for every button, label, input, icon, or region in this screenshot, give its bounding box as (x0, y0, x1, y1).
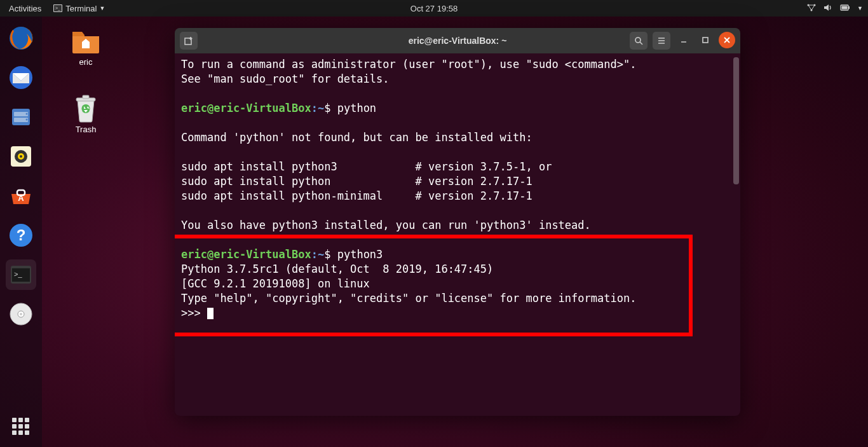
new-tab-icon (184, 36, 194, 46)
dock-terminal[interactable]: >_ (6, 259, 36, 290)
desktop-trash[interactable]: Trash (64, 95, 108, 134)
svg-text:?: ? (17, 226, 26, 244)
disc-icon (8, 301, 34, 327)
svg-text:>_: >_ (55, 6, 60, 11)
volume-icon[interactable] (823, 3, 833, 14)
new-tab-button[interactable] (180, 32, 198, 50)
svg-rect-8 (842, 6, 848, 9)
terminal-output: To run a command as administrator (user … (181, 57, 734, 320)
app-menu[interactable]: >_ Terminal ▼ (53, 3, 105, 13)
apps-grid-icon (12, 418, 30, 436)
terminal-menu-icon: >_ (53, 3, 63, 13)
minimize-icon (680, 36, 688, 44)
search-icon (634, 36, 643, 45)
scrollbar[interactable] (733, 57, 739, 184)
folder-icon (71, 28, 101, 55)
maximize-button[interactable] (697, 32, 714, 48)
svg-text:A: A (18, 193, 24, 203)
desktop-icon-label: eric (64, 57, 108, 67)
terminal-body[interactable]: To run a command as administrator (user … (175, 53, 740, 416)
dock-firefox[interactable] (6, 23, 36, 53)
svg-rect-35 (703, 38, 708, 43)
cursor (207, 308, 214, 319)
activities-button[interactable]: Activities (5, 3, 45, 15)
network-icon[interactable] (806, 3, 817, 14)
svg-point-14 (26, 113, 28, 115)
svg-point-15 (26, 119, 28, 121)
rhythmbox-icon (8, 143, 34, 170)
dock-software[interactable]: A (6, 181, 36, 211)
thunderbird-icon (8, 64, 34, 91)
files-icon (8, 104, 34, 130)
dock-files[interactable] (6, 102, 36, 132)
trash-icon (73, 94, 98, 123)
show-applications-button[interactable] (12, 418, 30, 447)
help-icon: ? (8, 222, 34, 249)
titlebar[interactable]: eric@eric-VirtualBox: ~ (175, 28, 740, 53)
system-menu-chevron-icon[interactable]: ▼ (857, 5, 863, 11)
dock-rhythmbox[interactable] (6, 141, 36, 172)
battery-icon[interactable] (839, 3, 851, 14)
hamburger-icon (657, 36, 666, 45)
menu-button[interactable] (653, 32, 670, 50)
search-button[interactable] (630, 32, 648, 50)
app-menu-label: Terminal (65, 4, 97, 13)
window-title: eric@eric-VirtualBox: ~ (409, 36, 507, 46)
close-button[interactable] (719, 32, 735, 48)
dock-disc[interactable] (6, 299, 36, 329)
terminal-window: eric@eric-VirtualBox: ~ To run a command… (175, 28, 740, 416)
svg-point-19 (20, 155, 22, 158)
chevron-down-icon: ▼ (99, 5, 105, 11)
dock-help[interactable]: ? (6, 220, 36, 251)
dock-thunderbird[interactable] (6, 62, 36, 93)
firefox-icon (8, 25, 34, 52)
terminal-icon: >_ (8, 261, 34, 288)
svg-point-34 (635, 38, 641, 43)
svg-text:>_: >_ (14, 270, 22, 278)
svg-rect-7 (848, 6, 850, 9)
desktop-icon-label: Trash (64, 125, 108, 134)
software-icon: A (8, 182, 34, 209)
svg-rect-11 (12, 109, 30, 125)
minimize-button[interactable] (675, 32, 692, 48)
svg-rect-32 (83, 95, 89, 99)
maximize-icon (702, 36, 709, 44)
svg-point-30 (20, 313, 22, 315)
desktop-home-folder[interactable]: eric (64, 28, 108, 67)
top-bar: Activities >_ Terminal ▼ Oct 27 19:58 ▼ (0, 0, 868, 17)
close-icon (723, 36, 731, 44)
clock[interactable]: Oct 27 19:58 (410, 4, 458, 13)
dock: A ? >_ (0, 17, 42, 447)
